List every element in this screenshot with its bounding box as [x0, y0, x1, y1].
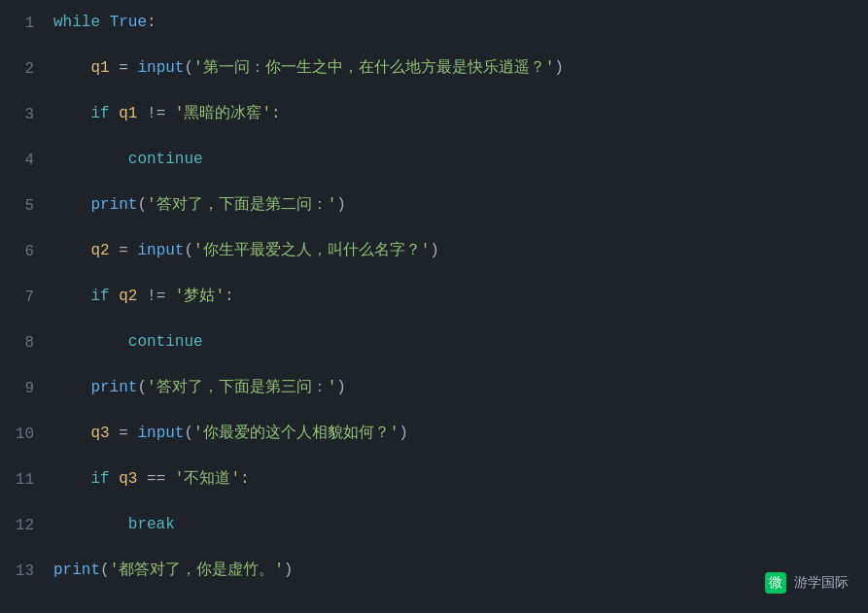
line-content: print('答对了，下面是第二问：')	[53, 183, 346, 228]
code-line: 12 break	[0, 502, 868, 548]
line-content: continue	[53, 137, 203, 183]
line-content: q2 = input('你生平最爱之人，叫什么名字？')	[53, 228, 439, 274]
line-number: 5	[0, 197, 53, 215]
line-content: continue	[53, 320, 203, 365]
line-number: 10	[0, 426, 53, 443]
code-line: 5 print('答对了，下面是第二问：')	[0, 183, 868, 228]
line-number: 11	[0, 471, 53, 489]
line-number: 12	[0, 517, 53, 534]
code-line: 6 q2 = input('你生平最爱之人，叫什么名字？')	[0, 228, 868, 274]
code-line: 11 if q3 == '不知道':	[0, 457, 868, 502]
line-number: 7	[0, 289, 53, 306]
code-line: 13print('都答对了，你是虚竹。')	[0, 548, 868, 594]
line-number: 3	[0, 106, 53, 123]
code-line: 7 if q2 != '梦姑':	[0, 274, 868, 320]
line-content: break	[53, 502, 175, 548]
line-content: while True:	[53, 0, 156, 46]
line-number: 1	[0, 15, 53, 32]
line-content: q1 = input('第一问：你一生之中，在什么地方最是快乐逍遥？')	[53, 46, 564, 91]
watermark-text: 游学国际	[794, 574, 849, 592]
code-container: 1while True:2 q1 = input('第一问：你一生之中，在什么地…	[0, 0, 868, 613]
line-content: print('都答对了，你是虚竹。')	[53, 548, 293, 594]
code-line: 3 if q1 != '黑暗的冰窖':	[0, 91, 868, 137]
line-content: if q2 != '梦姑':	[53, 274, 234, 320]
line-content: print('答对了，下面是第三问：')	[53, 365, 346, 411]
line-number: 8	[0, 334, 53, 352]
line-content: if q1 != '黑暗的冰窖':	[53, 91, 281, 137]
line-content: q3 = input('你最爱的这个人相貌如何？')	[53, 411, 408, 457]
line-number: 4	[0, 152, 53, 169]
code-line: 4 continue	[0, 137, 868, 183]
line-number: 13	[0, 562, 53, 580]
watermark: 微 游学国际	[765, 572, 849, 594]
line-number: 2	[0, 60, 53, 78]
code-line: 9 print('答对了，下面是第三问：')	[0, 365, 868, 411]
code-line: 10 q3 = input('你最爱的这个人相貌如何？')	[0, 411, 868, 457]
line-number: 9	[0, 380, 53, 397]
line-content: if q3 == '不知道':	[53, 457, 250, 502]
code-line: 8 continue	[0, 320, 868, 365]
wechat-icon: 微	[765, 572, 786, 594]
code-line: 2 q1 = input('第一问：你一生之中，在什么地方最是快乐逍遥？')	[0, 46, 868, 91]
line-number: 6	[0, 243, 53, 260]
code-line: 1while True:	[0, 0, 868, 46]
